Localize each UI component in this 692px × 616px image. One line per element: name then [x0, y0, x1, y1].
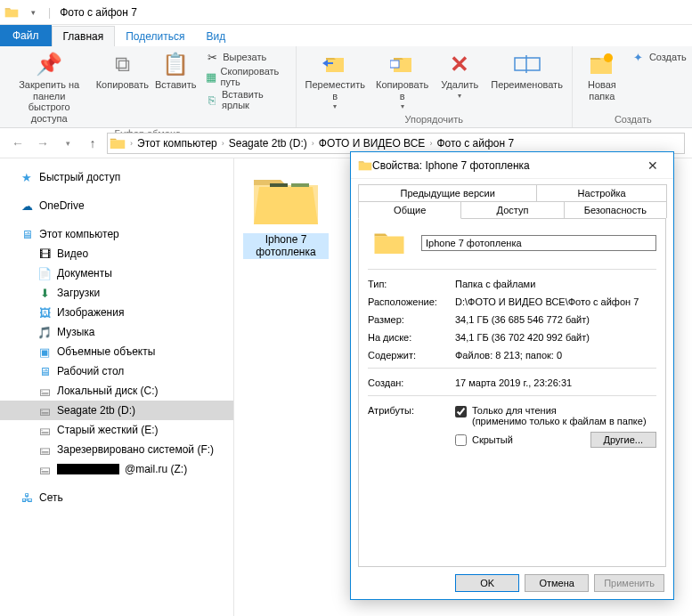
- delete-icon: ✕: [445, 50, 474, 78]
- sidebar-item-drive-z[interactable]: 🖴@mail.ru (Z:): [0, 459, 233, 479]
- sidebar-item-pictures[interactable]: 🖼Изображения: [0, 303, 233, 322]
- titlebar-separator: |: [48, 6, 51, 19]
- folder-icon: [358, 159, 372, 172]
- sidebar-item-3d[interactable]: ▣Объемные объекты: [0, 342, 233, 361]
- sidebar-item-music[interactable]: 🎵Музыка: [0, 322, 233, 342]
- value-contains: Файлов: 8 213; папок: 0: [455, 350, 656, 361]
- sidebar-item-drive-c[interactable]: 🖴Локальный диск (C:): [0, 381, 233, 401]
- folder-thumbnail: [248, 171, 323, 230]
- sidebar-item-desktop[interactable]: 🖥Рабочий стол: [0, 361, 233, 381]
- copy-button[interactable]: ⧉ Копировать: [94, 48, 150, 93]
- value-size-on-disk: 34,1 ГБ (36 702 420 992 байт): [455, 332, 656, 343]
- copy-path-button[interactable]: ▦ Скопировать путь: [205, 66, 288, 87]
- folder-icon: [110, 135, 126, 151]
- cancel-button[interactable]: Отмена: [525, 574, 589, 592]
- folder-item[interactable]: Iphone 7 фотопленка: [243, 171, 329, 259]
- drive-icon: 🖴: [37, 403, 52, 417]
- onedrive-icon: ☁: [20, 199, 34, 213]
- chevron-down-icon: ▾: [458, 92, 461, 100]
- breadcrumb[interactable]: Seagate 2tb (D:): [227, 137, 309, 150]
- value-location: D:\ФОТО И ВИДЕО ВСЕ\Фото с айфон 7: [455, 296, 656, 307]
- drive-icon: 🖴: [37, 442, 52, 457]
- svg-rect-0: [326, 58, 344, 72]
- paste-shortcut-button[interactable]: ⎘ Вставить ярлык: [205, 89, 288, 110]
- rename-button[interactable]: Переименовать: [485, 48, 568, 93]
- network-drive-icon: 🖴: [37, 462, 52, 476]
- network-icon: 🖧: [20, 490, 34, 505]
- sidebar-item-documents[interactable]: 📄Документы: [0, 263, 233, 283]
- cut-button[interactable]: ✂ Вырезать: [205, 50, 288, 64]
- sidebar-network[interactable]: 🖧 Сеть: [0, 488, 233, 507]
- ribbon-group-organize: Переместить в ▾ Копировать в ▾ ✕ Удалить…: [297, 46, 573, 127]
- quick-folder-icon[interactable]: [4, 4, 20, 20]
- address-bar[interactable]: › Этот компьютер › Seagate 2tb (D:) › ФО…: [107, 133, 685, 154]
- picture-icon: 🖼: [37, 305, 52, 320]
- sidebar-item-drive-d[interactable]: 🖴Seagate 2tb (D:): [0, 401, 233, 420]
- qat-dropdown-icon[interactable]: ▾: [25, 4, 41, 20]
- value-created: 17 марта 2019 г., 23:26:31: [455, 377, 656, 388]
- copy-to-icon: [388, 50, 417, 78]
- tab-general[interactable]: Общие: [358, 201, 461, 219]
- paste-button[interactable]: 📋 Вставить: [150, 48, 201, 93]
- chevron-right-icon[interactable]: ›: [309, 139, 317, 148]
- tab-home[interactable]: Главная: [52, 26, 116, 46]
- breadcrumb[interactable]: Фото с айфон 7: [435, 137, 516, 150]
- copy-icon: ⧉: [108, 50, 136, 78]
- copy-to-button[interactable]: Копировать в ▾: [370, 48, 434, 112]
- chevron-down-icon: ▾: [401, 102, 404, 110]
- document-icon: 📄: [37, 266, 52, 280]
- tab-previous-versions[interactable]: Предыдущие версии: [358, 184, 537, 201]
- move-to-button[interactable]: Переместить в ▾: [300, 48, 370, 112]
- dialog-titlebar[interactable]: Свойства: Iphone 7 фотопленка ✕: [351, 152, 673, 179]
- forward-button[interactable]: →: [32, 133, 53, 154]
- readonly-checkbox[interactable]: [455, 406, 467, 417]
- hidden-checkbox[interactable]: [455, 434, 467, 446]
- apply-button[interactable]: Применить: [594, 574, 664, 592]
- label-location: Расположение:: [368, 296, 455, 307]
- pin-quick-access-button[interactable]: 📌 Закрепить на панели быстрого доступа: [4, 48, 94, 126]
- sidebar-item-drive-e[interactable]: 🖴Старый жесткий (E:): [0, 420, 233, 440]
- tab-security[interactable]: Безопасность: [564, 201, 667, 218]
- close-button[interactable]: ✕: [639, 158, 666, 173]
- sidebar-onedrive[interactable]: ☁ OneDrive: [0, 196, 233, 215]
- breadcrumb[interactable]: Этот компьютер: [135, 137, 219, 150]
- tab-share[interactable]: Поделиться: [115, 27, 195, 46]
- sidebar-item-videos[interactable]: 🎞Видео: [0, 244, 233, 263]
- up-button[interactable]: ↑: [82, 133, 103, 154]
- label-size: Размер:: [368, 314, 455, 325]
- svg-rect-3: [515, 58, 540, 70]
- window-titlebar: ▾ | Фото с айфон 7: [0, 0, 692, 25]
- readonly-sublabel: (применимо только к файлам в папке): [472, 416, 647, 426]
- new-folder-button[interactable]: Новая папка: [576, 48, 628, 103]
- tab-view[interactable]: Вид: [195, 27, 236, 46]
- breadcrumb[interactable]: ФОТО И ВИДЕО ВСЕ: [317, 137, 427, 150]
- sidebar-item-downloads[interactable]: ⬇Загрузки: [0, 283, 233, 303]
- pc-icon: 🖥: [20, 227, 34, 241]
- chevron-right-icon[interactable]: ›: [127, 139, 135, 148]
- sidebar-item-drive-f[interactable]: 🖴Зарезервировано системой (F:): [0, 440, 233, 459]
- ribbon-group-label: Создать: [576, 112, 690, 127]
- chevron-right-icon[interactable]: ›: [219, 139, 227, 148]
- advanced-attributes-button[interactable]: Другие...: [590, 432, 656, 448]
- move-to-icon: [321, 50, 349, 78]
- folder-name-input[interactable]: [421, 235, 656, 251]
- music-icon: 🎵: [37, 325, 52, 339]
- recent-locations-button[interactable]: ▾: [57, 133, 78, 154]
- paste-shortcut-icon: ⎘: [205, 93, 218, 107]
- ok-button[interactable]: OK: [455, 574, 519, 592]
- delete-button[interactable]: ✕ Удалить ▾: [434, 48, 485, 101]
- pin-icon: 📌: [35, 50, 63, 78]
- label-size-on-disk: На диске:: [368, 332, 455, 343]
- chevron-right-icon[interactable]: ›: [427, 139, 435, 148]
- ribbon-group-new: Новая папка ✦ Создать Создать: [573, 46, 692, 127]
- tab-file[interactable]: Файл: [0, 25, 52, 46]
- sidebar-this-pc[interactable]: 🖥 Этот компьютер: [0, 224, 233, 244]
- back-button[interactable]: ←: [7, 133, 28, 154]
- new-item-button[interactable]: ✦ Создать: [631, 50, 687, 64]
- tab-customize[interactable]: Настройка: [536, 184, 667, 201]
- sidebar-quick-access[interactable]: ★ Быстрый доступ: [0, 167, 233, 187]
- ribbon-group-label: Упорядочить: [300, 112, 568, 127]
- readonly-label: Только для чтения: [472, 405, 557, 416]
- tab-sharing[interactable]: Доступ: [460, 201, 564, 218]
- svg-rect-2: [390, 61, 399, 68]
